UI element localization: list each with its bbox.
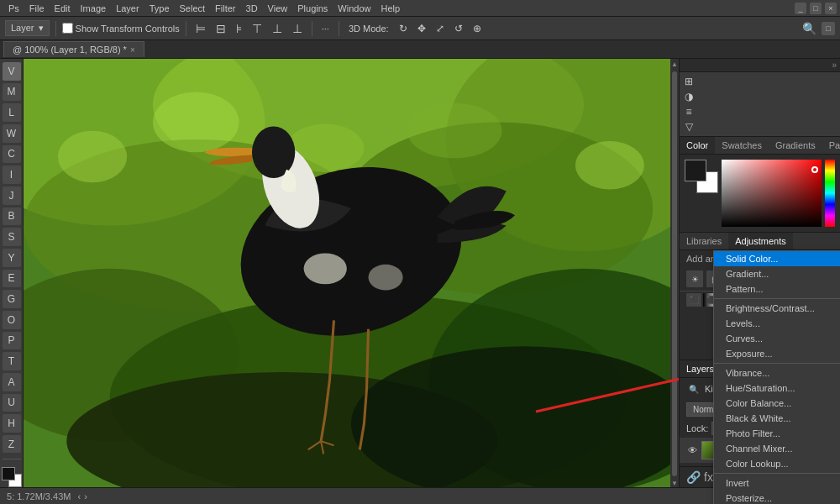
vertical-scroll[interactable]: ▲ ▼ — [670, 59, 679, 487]
tool-eraser[interactable]: E — [3, 270, 21, 288]
menu-select[interactable]: Select — [175, 2, 211, 15]
canvas-area[interactable]: ▲ ▼ — [24, 59, 679, 487]
tab-libraries[interactable]: Libraries — [680, 233, 728, 249]
menu-view[interactable]: View — [263, 2, 293, 15]
panel-icon-2[interactable]: ◑ — [681, 89, 696, 104]
tool-zoom[interactable]: Z — [3, 435, 21, 454]
menu-help[interactable]: Help — [375, 2, 405, 15]
hue-slider[interactable] — [825, 160, 835, 227]
dropdown-item-brightness[interactable]: Brightness/Contrast... — [714, 301, 840, 316]
tool-hand[interactable]: H — [3, 414, 21, 433]
workspace-icon[interactable]: □ — [822, 22, 835, 35]
align-top[interactable]: ⊤ — [249, 20, 265, 37]
tool-move[interactable]: V — [3, 62, 21, 81]
search-icon[interactable]: 🔍 — [802, 22, 816, 35]
menu-file[interactable]: File — [24, 2, 50, 15]
tool-gradient[interactable]: G — [3, 290, 21, 308]
more-options[interactable]: ··· — [318, 22, 333, 35]
layer-visibility-icon[interactable]: 👁 — [686, 444, 698, 456]
transform-controls-checkbox[interactable] — [62, 23, 73, 34]
menu-3d[interactable]: 3D — [241, 2, 263, 15]
panel-icon-4[interactable]: ▽ — [681, 119, 696, 134]
tool-history[interactable]: Y — [3, 249, 21, 267]
foreground-color-box[interactable] — [685, 160, 706, 181]
tool-text[interactable]: T — [3, 352, 21, 370]
align-middle[interactable]: ⊥ — [269, 20, 286, 37]
menu-ps[interactable]: Ps — [3, 2, 24, 15]
menu-filter[interactable]: Filter — [210, 2, 240, 15]
menu-window[interactable]: Window — [333, 2, 375, 15]
tab-adjustments[interactable]: Adjustments — [728, 233, 793, 249]
3d-roll[interactable]: ↺ — [451, 21, 466, 36]
minimize-button[interactable]: _ — [795, 3, 806, 14]
status-arrow-left[interactable]: ‹ — [77, 491, 81, 501]
tool-dropdown-icon[interactable]: ▾ — [39, 23, 44, 33]
dropdown-item-gradient[interactable]: Gradient... — [714, 266, 840, 281]
tool-marquee[interactable]: M — [3, 83, 21, 102]
tool-lasso[interactable]: L — [3, 103, 21, 122]
dropdown-item-color-balance[interactable]: Color Balance... — [714, 396, 840, 411]
fg-bg-swatches[interactable] — [685, 160, 718, 193]
adj-icon-brightness[interactable]: ☀ — [686, 270, 703, 287]
tab-color[interactable]: Color — [680, 137, 715, 154]
tool-selector[interactable]: Layer ▾ — [5, 20, 50, 36]
add-style-icon[interactable]: fx — [704, 470, 713, 484]
document-tab[interactable]: @ 100% (Layer 1, RGB/8) * × — [3, 41, 144, 57]
dropdown-item-curves[interactable]: Curves... — [714, 331, 840, 346]
tab-close-icon[interactable]: × — [130, 45, 135, 55]
color-display — [680, 155, 840, 232]
maximize-button[interactable]: □ — [810, 3, 822, 14]
link-layers-icon[interactable]: 🔗 — [686, 470, 701, 484]
dropdown-item-pattern[interactable]: Pattern... — [714, 281, 840, 297]
align-left[interactable]: ⊨ — [192, 20, 209, 37]
tool-path[interactable]: A — [3, 373, 21, 391]
dropdown-item-posterize[interactable]: Posterize... — [714, 491, 840, 504]
tool-dodge[interactable]: O — [3, 311, 21, 329]
tool-shape[interactable]: U — [3, 394, 21, 412]
status-arrow-right[interactable]: › — [84, 491, 87, 501]
tool-heal[interactable]: J — [3, 186, 21, 205]
menu-layer[interactable]: Layer — [111, 2, 144, 15]
menu-edit[interactable]: Edit — [50, 2, 76, 15]
status-info: : 1.72M/3.43M — [12, 491, 71, 501]
adj-icon-colorbalance[interactable]: ⬛ — [686, 293, 701, 307]
dropdown-item-exposure[interactable]: Exposure... — [714, 346, 840, 361]
tool-pen[interactable]: P — [3, 332, 21, 350]
search-layers-icon[interactable]: 🔍 — [686, 381, 701, 396]
panel-icon-3[interactable]: ≡ — [681, 104, 696, 119]
transform-controls-label[interactable]: Show Transform Controls — [62, 23, 180, 34]
tool-brush[interactable]: B — [3, 207, 21, 226]
color-swatches[interactable] — [2, 467, 22, 487]
3d-rotate[interactable]: ↻ — [396, 21, 411, 36]
menu-image[interactable]: Image — [76, 2, 112, 15]
foreground-color-swatch[interactable] — [2, 467, 15, 480]
tab-gradients[interactable]: Gradients — [769, 137, 822, 154]
menu-plugins[interactable]: Plugins — [292, 2, 333, 15]
dropdown-item-hue-saturation[interactable]: Hue/Saturation... — [714, 381, 840, 396]
tool-eyedropper[interactable]: I — [3, 165, 21, 184]
align-bottom[interactable]: ⊥ — [289, 20, 306, 37]
dropdown-item-vibrance[interactable]: Vibrance... — [714, 365, 840, 381]
tool-crop[interactable]: C — [3, 145, 21, 164]
dropdown-item-invert[interactable]: Invert — [714, 475, 840, 491]
3d-scale[interactable]: ⤢ — [433, 21, 448, 36]
dropdown-item-black-white[interactable]: Black & White... — [714, 411, 840, 426]
panel-expand-icon[interactable]: » — [832, 60, 837, 70]
tab-patterns[interactable]: Patterns — [822, 137, 840, 154]
dropdown-item-levels[interactable]: Levels... — [714, 316, 840, 331]
dropdown-item-solid-color[interactable]: Solid Color... — [714, 251, 840, 266]
3d-pan[interactable]: ⊕ — [470, 21, 485, 36]
menu-type[interactable]: Type — [144, 2, 175, 15]
tab-swatches[interactable]: Swatches — [715, 137, 769, 154]
dropdown-item-channel-mixer[interactable]: Channel Mixer... — [714, 441, 840, 456]
color-saturation-field[interactable] — [722, 160, 822, 227]
dropdown-item-photo-filter[interactable]: Photo Filter... — [714, 426, 840, 441]
3d-move[interactable]: ✥ — [414, 21, 429, 36]
align-center-h[interactable]: ⊟ — [213, 20, 229, 37]
align-right[interactable]: ⊧ — [233, 20, 245, 37]
tool-wand[interactable]: W — [3, 124, 21, 143]
close-button[interactable]: × — [825, 3, 837, 14]
dropdown-item-color-lookup[interactable]: Color Lookup... — [714, 456, 840, 471]
tool-clone[interactable]: S — [3, 228, 21, 246]
panel-icon-1[interactable]: ⊞ — [681, 74, 696, 89]
